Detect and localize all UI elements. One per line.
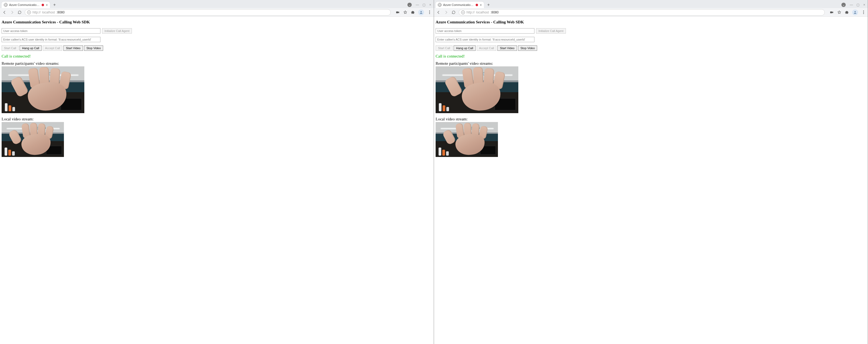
title-bar-right: ⌄ — ▢ × [406, 2, 434, 8]
toolbar-right [394, 9, 432, 15]
browser-tab[interactable]: Azure Communication Servic × [436, 2, 484, 8]
globe-icon [4, 3, 7, 7]
accept-call-button[interactable]: Accept Call [43, 46, 63, 51]
url-port: :8080 [56, 10, 64, 14]
extensions-icon[interactable] [845, 10, 849, 15]
url-protocol: http:// [32, 10, 40, 14]
token-row: Initialize Call Agent [2, 28, 432, 34]
profile-icon[interactable] [852, 9, 858, 15]
accept-call-button[interactable]: Accept Call [477, 46, 497, 51]
forward-button[interactable] [444, 10, 448, 15]
window-close-icon[interactable]: × [862, 3, 866, 7]
browser-toolbar: i http://localhost:8080 [434, 8, 868, 17]
tab-close-icon[interactable]: × [45, 3, 48, 7]
title-bar-right: ⌄ — ▢ × [840, 2, 868, 8]
browser-tab[interactable]: Azure Communication Servic × [2, 2, 50, 8]
address-bar[interactable]: i http://localhost:8080 [459, 9, 825, 16]
start-video-button[interactable]: Start Video [497, 46, 517, 51]
url-host: localhost [476, 10, 489, 14]
local-video-stream [436, 122, 498, 157]
local-stream-label: Local video stream: [436, 117, 866, 121]
hang-up-call-button[interactable]: Hang up Call [454, 46, 476, 51]
svg-rect-2 [830, 11, 832, 13]
remote-streams-label: Remote participants' video streams: [2, 61, 432, 66]
start-call-button[interactable]: Start Call [2, 46, 19, 51]
new-tab-button[interactable]: + [486, 2, 492, 8]
callee-identity-input[interactable] [2, 37, 100, 42]
local-stream-label: Local video stream: [2, 117, 432, 121]
callee-row [436, 37, 866, 42]
tab-strip: Azure Communication Servic × + [0, 2, 406, 8]
window-maximize-icon[interactable]: ▢ [856, 3, 860, 7]
url-host: localhost [42, 10, 55, 14]
recording-indicator-icon [42, 4, 44, 6]
window-minimize-icon[interactable]: — [849, 3, 853, 7]
remote-video-stream [2, 66, 84, 113]
toolbar-right [828, 9, 866, 15]
site-info-icon[interactable]: i [461, 10, 465, 14]
initialize-call-agent-button[interactable]: Initialize Call Agent [536, 28, 566, 34]
url-port: :8080 [490, 10, 498, 14]
call-button-row: Start Call Hang up Call Accept Call Star… [436, 46, 866, 51]
remote-video-stream [436, 66, 518, 113]
window-controls: — ▢ × [847, 3, 866, 7]
callee-row [2, 37, 432, 42]
recording-indicator-icon [476, 4, 478, 6]
title-bar: Azure Communication Servic × + ⌄ — ▢ × [0, 0, 434, 8]
window-minimize-icon[interactable]: — [415, 3, 419, 7]
user-access-token-input[interactable] [436, 28, 534, 34]
start-video-button[interactable]: Start Video [63, 46, 83, 51]
stop-video-button[interactable]: Stop Video [84, 46, 103, 51]
address-bar[interactable]: i http://localhost:8080 [25, 9, 391, 16]
svg-point-3 [855, 11, 856, 12]
new-tab-button[interactable]: + [52, 2, 58, 8]
reload-button[interactable] [17, 10, 22, 15]
user-access-token-input[interactable] [2, 28, 100, 34]
tab-search-icon[interactable]: ⌄ [841, 3, 846, 7]
reload-button[interactable] [451, 10, 456, 15]
title-bar: Azure Communication Servic × + ⌄ — ▢ × [434, 0, 868, 8]
page-content: Azure Communication Services - Calling W… [0, 17, 434, 344]
page-title: Azure Communication Services - Calling W… [2, 20, 432, 25]
menu-icon[interactable] [427, 10, 432, 15]
bookmark-star-icon[interactable] [837, 10, 841, 15]
tab-strip: Azure Communication Servic × + [434, 2, 840, 8]
tab-title: Azure Communication Servic [443, 3, 474, 6]
forward-button[interactable] [10, 10, 14, 15]
tab-search-icon[interactable]: ⌄ [407, 3, 412, 7]
call-status-text: Call is connected! [2, 54, 432, 59]
globe-icon [438, 3, 441, 7]
call-button-row: Start Call Hang up Call Accept Call Star… [2, 46, 432, 51]
local-video-stream [2, 122, 64, 157]
site-info-icon[interactable]: i [27, 10, 31, 14]
browser-window-left: Azure Communication Servic × + ⌄ — ▢ × i [0, 0, 434, 344]
hang-up-call-button[interactable]: Hang up Call [20, 46, 42, 51]
page-content: Azure Communication Services - Calling W… [434, 17, 868, 344]
start-call-button[interactable]: Start Call [436, 46, 453, 51]
profile-icon[interactable] [418, 9, 424, 15]
callee-identity-input[interactable] [436, 37, 534, 42]
window-controls: — ▢ × [413, 3, 432, 7]
initialize-call-agent-button[interactable]: Initialize Call Agent [102, 28, 132, 34]
browser-window-right: Azure Communication Servic × + ⌄ — ▢ × i [434, 0, 868, 344]
camera-indicator-icon[interactable] [830, 10, 834, 15]
tab-title: Azure Communication Servic [9, 3, 40, 6]
stop-video-button[interactable]: Stop Video [518, 46, 537, 51]
page-title: Azure Communication Services - Calling W… [436, 20, 866, 25]
svg-rect-0 [396, 11, 398, 13]
camera-indicator-icon[interactable] [396, 10, 400, 15]
url-protocol: http:// [466, 10, 474, 14]
bookmark-star-icon[interactable] [403, 10, 407, 15]
menu-icon[interactable] [861, 10, 866, 15]
window-close-icon[interactable]: × [428, 3, 432, 7]
remote-streams-label: Remote participants' video streams: [436, 61, 866, 66]
extensions-icon[interactable] [411, 10, 415, 15]
back-button[interactable] [2, 10, 7, 15]
call-status-text: Call is connected! [436, 54, 866, 59]
tab-close-icon[interactable]: × [479, 3, 482, 7]
window-maximize-icon[interactable]: ▢ [422, 3, 426, 7]
svg-point-1 [421, 11, 422, 12]
token-row: Initialize Call Agent [436, 28, 866, 34]
browser-toolbar: i http://localhost:8080 [0, 8, 434, 17]
back-button[interactable] [436, 10, 441, 15]
